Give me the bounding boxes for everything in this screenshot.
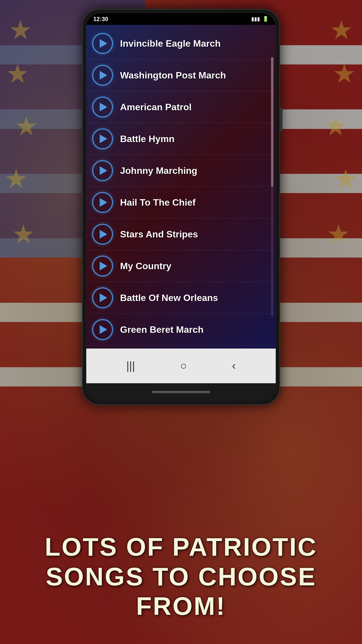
- play-button-1[interactable]: [92, 33, 113, 54]
- song-title-3: American Patrol: [120, 102, 191, 113]
- play-button-3[interactable]: [92, 97, 113, 118]
- promo-line-1: Lots of Patriotic: [45, 532, 317, 561]
- song-item[interactable]: Battle Hymn: [86, 123, 276, 155]
- song-title-9: Battle Of New Orleans: [120, 293, 218, 303]
- play-button-8[interactable]: [92, 256, 113, 276]
- play-button-6[interactable]: [92, 192, 113, 213]
- song-title-8: My Country: [120, 261, 171, 272]
- navigation-bar: ||| ○ ‹: [86, 349, 276, 383]
- song-title-2: Washington Post March: [120, 70, 226, 81]
- song-item[interactable]: Green Beret March: [86, 314, 276, 346]
- status-bar: 12:30 ▮▮▮ 🔋: [86, 13, 276, 25]
- bottom-indicator: [86, 383, 276, 401]
- song-item[interactable]: Johnny Marching: [86, 155, 276, 187]
- star-decoration-3: ★: [15, 111, 38, 141]
- song-item[interactable]: My Country: [86, 250, 276, 282]
- star-decoration-2: ★: [6, 58, 29, 89]
- play-button-5[interactable]: [92, 160, 113, 181]
- status-time: 12:30: [93, 16, 108, 22]
- star-decoration-8: ★: [324, 111, 347, 141]
- star-decoration-7: ★: [333, 58, 356, 89]
- play-button-10[interactable]: [92, 319, 113, 340]
- phone-device: 12:30 ▮▮▮ 🔋 Invincible Eagle MarchWashin…: [82, 9, 280, 405]
- signal-icon: ▮▮▮: [251, 16, 260, 22]
- play-button-9[interactable]: [92, 287, 113, 308]
- star-decoration-1: ★: [9, 15, 32, 45]
- phone-inner: 12:30 ▮▮▮ 🔋 Invincible Eagle MarchWashin…: [86, 13, 276, 401]
- promotional-text-section: Lots of Patriotic Songs To Choose From!: [0, 514, 362, 644]
- promo-line-3: From!: [136, 592, 226, 620]
- star-decoration-6: ★: [330, 15, 353, 45]
- song-title-10: Green Beret March: [120, 324, 203, 335]
- menu-nav-button[interactable]: |||: [120, 357, 141, 375]
- promotional-text: Lots of Patriotic Songs To Choose From!: [23, 532, 339, 621]
- song-item[interactable]: Battle Of New Orleans: [86, 282, 276, 314]
- song-list: Invincible Eagle MarchWashington Post Ma…: [86, 25, 276, 349]
- song-title-7: Stars And Stripes: [120, 229, 198, 240]
- song-item[interactable]: Invincible Eagle March: [86, 28, 276, 60]
- status-icons: ▮▮▮ 🔋: [251, 16, 269, 22]
- phone-outer-shell: 12:30 ▮▮▮ 🔋 Invincible Eagle MarchWashin…: [82, 9, 280, 405]
- song-title-1: Invincible Eagle March: [120, 38, 221, 49]
- play-button-2[interactable]: [92, 65, 113, 86]
- song-title-6: Hail To The Chief: [120, 197, 196, 208]
- star-decoration-9: ★: [334, 163, 358, 194]
- promo-line-2: Songs To Choose: [46, 562, 317, 591]
- star-decoration-4: ★: [4, 163, 28, 194]
- song-item[interactable]: American Patrol: [86, 91, 276, 123]
- home-indicator-bar: [152, 391, 210, 393]
- phone-screen: Invincible Eagle MarchWashington Post Ma…: [86, 25, 276, 349]
- star-decoration-10: ★: [327, 219, 350, 249]
- play-button-7[interactable]: [92, 224, 113, 245]
- home-nav-button[interactable]: ○: [174, 357, 193, 375]
- song-item[interactable]: Stars And Stripes: [86, 218, 276, 250]
- battery-icon: 🔋: [262, 16, 269, 22]
- phone-side-button: [280, 108, 282, 131]
- song-title-4: Battle Hymn: [120, 134, 175, 144]
- song-item[interactable]: Washington Post March: [86, 60, 276, 91]
- star-decoration-5: ★: [12, 219, 35, 249]
- song-item[interactable]: Hail To The Chief: [86, 187, 276, 218]
- play-button-4[interactable]: [92, 128, 113, 149]
- back-nav-button[interactable]: ‹: [226, 357, 242, 375]
- song-title-5: Johnny Marching: [120, 165, 197, 176]
